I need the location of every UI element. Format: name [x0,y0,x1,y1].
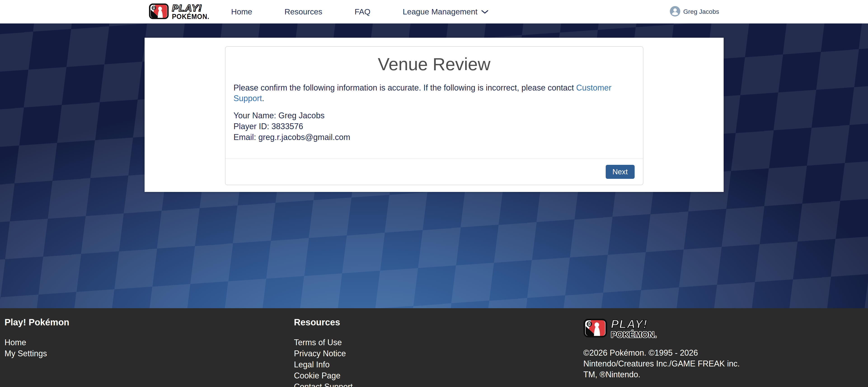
nav-item-league-management[interactable]: League Management [403,7,489,16]
user-name: Greg Jacobs [683,8,719,15]
logo-play-text: PLAY! [172,3,210,13]
nav-item-home[interactable]: Home [231,7,252,16]
intro-text: Please confirm the following information… [234,83,635,104]
next-button[interactable]: Next [606,165,634,179]
footer-logo-play-text: PLAY! [611,318,657,330]
footer-logo-pokemon-text: POKÉMON. [611,331,657,339]
footer-link-cookie-page[interactable]: Cookie Page [294,370,579,381]
footer-col-legal: PLAY! POKÉMON. ©2026 Pokémon. ©1995 - 20… [579,317,868,387]
footer-link-contact-support[interactable]: Contact Support [294,381,579,387]
footer-link-terms-of-use[interactable]: Terms of Use [294,337,579,348]
page-footer: Play! Pokémon Home My Settings Resources… [0,308,868,387]
main-nav: Home Resources FAQ League Management [231,7,489,16]
play-pokemon-logo[interactable]: PLAY! POKÉMON. [149,3,210,20]
top-navbar: PLAY! POKÉMON. Home Resources FAQ League… [0,0,868,24]
email-value: greg.r.jacobs@gmail.com [258,133,350,142]
page-title: Venue Review [225,54,643,74]
user-menu[interactable]: Greg Jacobs [670,6,719,18]
player-info: Your Name: Greg Jacobs Player ID: 383357… [234,110,635,143]
footer-heading-play-pokemon: Play! Pokémon [4,317,289,327]
field-your-name: Your Name: Greg Jacobs [234,110,635,121]
player-id-value: 3833576 [272,122,303,131]
footer-col-play-pokemon: Play! Pokémon Home My Settings [0,317,289,387]
footer-heading-resources: Resources [294,317,579,327]
field-player-id: Player ID: 3833576 [234,121,635,132]
footer-link-home[interactable]: Home [4,337,289,348]
nav-item-faq[interactable]: FAQ [355,7,371,16]
footer-link-legal-info[interactable]: Legal Info [294,359,579,370]
logo-pokemon-text: POKÉMON. [172,13,210,20]
field-email: Email: greg.r.jacobs@gmail.com [234,132,635,143]
nav-item-resources[interactable]: Resources [284,7,322,16]
user-avatar-icon [670,6,680,18]
content-panel: Venue Review Please confirm the followin… [145,38,724,192]
footer-link-my-settings[interactable]: My Settings [4,348,289,359]
footer-play-pokemon-logo: PLAY! POKÉMON. [583,318,868,339]
card-footer: Next [225,159,643,185]
venue-review-card: Venue Review Please confirm the followin… [225,46,644,185]
footer-logo-icon [583,319,607,338]
chevron-down-icon [481,7,489,16]
play-pokemon-logo-icon [149,3,169,20]
footer-col-resources: Resources Terms of Use Privacy Notice Le… [289,317,579,387]
copyright-text: ©2026 Pokémon. ©1995 - 2026 Nintendo/Cre… [583,348,750,380]
your-name-value: Greg Jacobs [278,111,324,120]
footer-link-privacy-notice[interactable]: Privacy Notice [294,348,579,359]
